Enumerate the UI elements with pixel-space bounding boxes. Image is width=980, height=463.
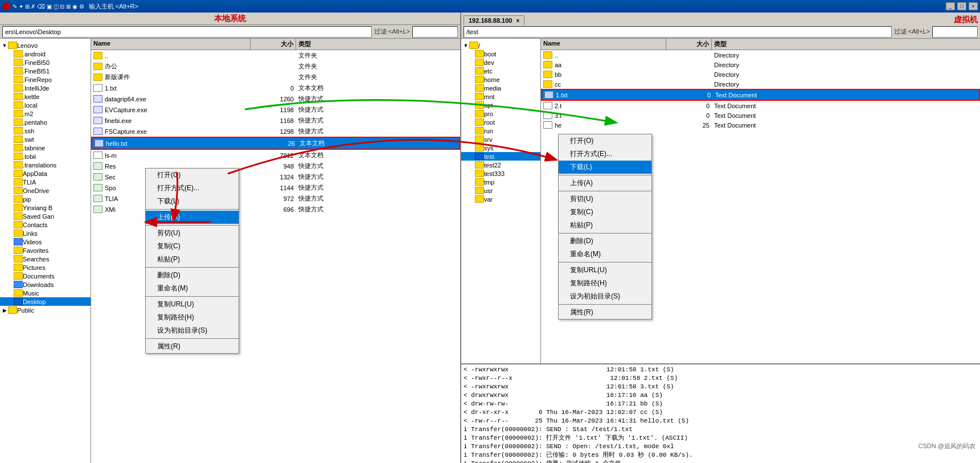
rctx-rename[interactable]: 重命名(M): [559, 248, 651, 261]
tree-item-swt[interactable]: .swt: [0, 135, 91, 144]
tree-item-yinxiangb[interactable]: Yinxiang B: [0, 203, 91, 212]
col-type[interactable]: 类型: [296, 39, 353, 50]
tree-item-finebi51[interactable]: .FineBI51: [0, 67, 91, 75]
ctx-delete[interactable]: 删除(D): [146, 269, 239, 282]
file-row-hellotxt[interactable]: hello.txt 26 文本文档: [91, 137, 460, 150]
tree-item-root-dir[interactable]: root: [461, 118, 540, 126]
tree-item-contacts[interactable]: Contacts: [0, 220, 91, 229]
ctx-properties[interactable]: 属性(R): [146, 340, 239, 353]
tree-item-desktop[interactable]: Desktop: [0, 297, 91, 306]
rctx-paste[interactable]: 粘贴(P): [559, 219, 651, 232]
ctx-upload[interactable]: 上传(A): [146, 211, 239, 224]
file-row-evcapture[interactable]: EVCapture.exe 1198 快捷方式: [91, 104, 460, 115]
col-name[interactable]: Name: [91, 39, 251, 50]
tree-item-tmp[interactable]: tmp: [461, 178, 540, 186]
tab-close-button[interactable]: ×: [516, 18, 520, 24]
file-row[interactable]: 办公 文件夹: [91, 61, 460, 72]
ctx-paste[interactable]: 粘贴(P): [146, 253, 239, 266]
ctx-set-default-dir[interactable]: 设为初始目录(S): [146, 324, 239, 337]
rctx-upload[interactable]: 上传(A): [559, 177, 651, 190]
tree-item-tlia[interactable]: TLIA: [0, 178, 91, 186]
file-row-1txt[interactable]: 1.txt 0 文本文档: [91, 83, 460, 93]
tree-item-var[interactable]: var: [461, 195, 540, 203]
remote-file-row-1txt[interactable]: 1.txt 0 Text Document: [541, 89, 980, 101]
left-filter-input[interactable]: [412, 26, 458, 38]
file-row[interactable]: .. 文件夹: [91, 50, 460, 61]
ctx-cut[interactable]: 剪切(U): [146, 227, 239, 240]
tree-item-root[interactable]: ▼ /: [461, 41, 540, 50]
tree-item-downloads[interactable]: Downloads: [0, 280, 91, 289]
tree-item-sys[interactable]: sys: [461, 144, 540, 152]
tree-item-savedgan[interactable]: Saved Gan: [0, 212, 91, 220]
rctx-open-with[interactable]: 打开方式(E)...: [559, 147, 651, 161]
rctx-copy-url[interactable]: 复制URL(U): [559, 264, 651, 277]
tree-item-mnt[interactable]: mnt: [461, 92, 540, 101]
tree-item-dev[interactable]: dev: [461, 58, 540, 67]
tree-item-etc[interactable]: etc: [461, 67, 540, 75]
tree-item-pip[interactable]: pip: [0, 195, 91, 203]
ctx-copy-path[interactable]: 复制路径(H): [146, 311, 239, 324]
tree-item-pro[interactable]: pro: [461, 109, 540, 118]
file-row[interactable]: 新版课件 文件夹: [91, 72, 460, 83]
tree-item-android[interactable]: .android: [0, 50, 91, 58]
tree-item-local[interactable]: .local: [0, 101, 91, 109]
remote-col-type[interactable]: 类型: [712, 39, 780, 50]
tree-item-test333[interactable]: test333: [461, 169, 540, 178]
tree-item-pentaho[interactable]: .pentaho: [0, 118, 91, 126]
tree-item-searches[interactable]: Searches: [0, 255, 91, 263]
col-size[interactable]: 大小: [251, 39, 296, 50]
tree-item-usr[interactable]: usr: [461, 186, 540, 195]
tree-item-run[interactable]: run: [461, 126, 540, 135]
tree-item-favorites[interactable]: Favorites: [0, 246, 91, 255]
right-path-input[interactable]: [464, 26, 892, 38]
rctx-properties[interactable]: 属性(R): [559, 306, 651, 319]
tree-item-pictures[interactable]: Pictures: [0, 263, 91, 272]
tree-item-finerepo[interactable]: .FineRepo: [0, 75, 91, 84]
file-row-fscapture[interactable]: FSCapture.exe 1298 快捷方式: [91, 126, 460, 137]
remote-col-name[interactable]: Name: [541, 39, 666, 50]
file-row-datagrip[interactable]: datagrip64.exe 1260 快捷方式: [91, 93, 460, 104]
tree-item-links[interactable]: Links: [0, 229, 91, 237]
remote-col-size[interactable]: 大小: [666, 39, 712, 50]
remote-file-row-2t[interactable]: 2.t 0 Text Document: [541, 101, 980, 110]
left-path-input[interactable]: [2, 26, 372, 38]
tree-item-home[interactable]: home: [461, 75, 540, 84]
tree-item-tabnine[interactable]: .tabnine: [0, 144, 91, 152]
rctx-copy[interactable]: 复制(C): [559, 206, 651, 219]
file-row-lsm[interactable]: ls-m 7912 文本文档: [91, 150, 460, 161]
ctx-open[interactable]: 打开(O): [146, 169, 239, 182]
remote-file-row-he[interactable]: he 25 Text Document: [541, 120, 980, 130]
tree-item-lenovo[interactable]: ▼ Lenovo: [0, 41, 91, 50]
ctx-open-with[interactable]: 打开方式(E)...: [146, 182, 239, 195]
right-filter-input[interactable]: [932, 26, 978, 38]
tree-item-m2[interactable]: .m2: [0, 109, 91, 118]
tree-item-test22[interactable]: test22: [461, 161, 540, 169]
ctx-download-left[interactable]: 下载(L): [146, 195, 239, 208]
ctx-rename[interactable]: 重命名(M): [146, 282, 239, 295]
ctx-copy[interactable]: 复制(C): [146, 240, 239, 253]
window-close[interactable]: ×: [969, 2, 978, 10]
rctx-cut[interactable]: 剪切(U): [559, 192, 651, 206]
remote-file-row-cc[interactable]: cc Directory: [541, 79, 980, 89]
tree-item-appdata[interactable]: AppData: [0, 169, 91, 178]
remote-file-row-aa[interactable]: aa Directory: [541, 60, 980, 69]
tree-item-videos[interactable]: Videos: [0, 237, 91, 246]
tree-item-onedrive[interactable]: OneDrive: [0, 186, 91, 195]
rctx-set-default-dir[interactable]: 设为初始目录(S): [559, 290, 651, 303]
tree-item-kettle[interactable]: .kettle: [0, 92, 91, 101]
tree-item-boot[interactable]: boot: [461, 50, 540, 58]
window-minimize[interactable]: _: [946, 2, 955, 10]
tree-item-ssh[interactable]: .ssh: [0, 126, 91, 135]
remote-file-row[interactable]: .. Directory: [541, 50, 980, 60]
tree-item-test[interactable]: test: [461, 152, 540, 161]
tree-item-public[interactable]: ▶ Public: [0, 306, 91, 314]
tree-item-intellijde[interactable]: .IntelliJde: [0, 84, 91, 92]
tree-item-finebi50[interactable]: .FineBI50: [0, 58, 91, 67]
window-maximize[interactable]: □: [957, 2, 966, 10]
rctx-download[interactable]: 下载(L): [559, 161, 651, 174]
tree-item-music[interactable]: Music: [0, 289, 91, 297]
rctx-copy-path[interactable]: 复制路径(H): [559, 277, 651, 290]
tree-item-tobii[interactable]: .tobii: [0, 152, 91, 161]
file-row-finebi[interactable]: finebi.exe 1168 快捷方式: [91, 115, 460, 126]
remote-file-row-3t[interactable]: 3.t 0 Text Document: [541, 110, 980, 120]
